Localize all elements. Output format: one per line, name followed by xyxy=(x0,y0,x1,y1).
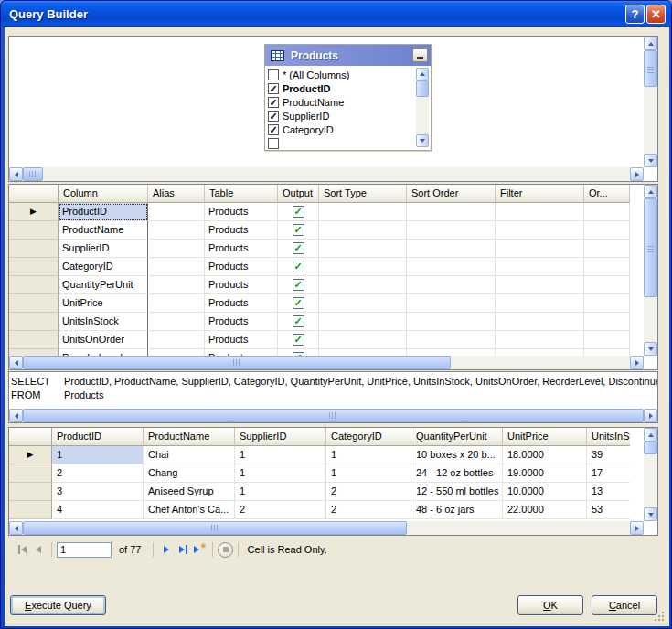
last-record-button[interactable] xyxy=(175,541,191,558)
cell-table[interactable]: Products xyxy=(205,313,278,331)
results-header-quantityperunit[interactable]: QuantityPerUnit xyxy=(411,428,503,446)
row-header[interactable] xyxy=(9,464,52,483)
cell-output[interactable]: ✓ xyxy=(278,331,319,349)
previous-record-button[interactable] xyxy=(30,541,47,558)
cell-filter[interactable] xyxy=(496,313,584,331)
scroll-down-button[interactable] xyxy=(644,342,657,356)
scroll-down-button[interactable] xyxy=(416,134,429,147)
row-header[interactable] xyxy=(9,294,59,313)
cell-column[interactable]: ProductID xyxy=(59,203,148,221)
scroll-up-button[interactable] xyxy=(644,185,657,198)
result-cell[interactable]: Chef Anton's Ca... xyxy=(144,501,235,519)
checkbox-unchecked[interactable] xyxy=(268,69,279,80)
scroll-right-button[interactable] xyxy=(630,356,644,369)
result-cell[interactable]: 10 boxes x 20 b... xyxy=(411,446,503,464)
cell-filter[interactable] xyxy=(496,203,584,221)
scrollbar-track[interactable] xyxy=(43,167,630,181)
scroll-left-button[interactable] xyxy=(9,356,23,369)
cell-alias[interactable] xyxy=(148,276,205,294)
scrollbar-track[interactable] xyxy=(416,97,429,134)
sql-horizontal-scrollbar[interactable] xyxy=(9,409,657,422)
results-header-productname[interactable]: ProductName xyxy=(144,428,235,446)
scroll-down-button[interactable] xyxy=(644,507,657,521)
cell-alias[interactable] xyxy=(148,331,205,349)
cell-column[interactable]: UnitsOnOrder xyxy=(59,331,148,349)
cell-column[interactable]: UnitPrice xyxy=(59,294,148,313)
cell-or[interactable] xyxy=(584,240,630,258)
criteria-vertical-scrollbar[interactable] xyxy=(644,185,657,356)
row-header[interactable] xyxy=(9,240,59,258)
cell-table[interactable]: Products xyxy=(205,203,278,221)
scrollbar-track[interactable] xyxy=(644,87,657,154)
cell-alias[interactable] xyxy=(148,258,205,276)
cell-alias[interactable] xyxy=(148,313,205,331)
cell-or[interactable] xyxy=(584,203,630,221)
scrollbar-thumb[interactable] xyxy=(23,167,43,181)
criteria-header-column[interactable]: Column xyxy=(59,185,148,203)
help-button[interactable]: ? xyxy=(625,5,645,24)
cell-sort-order[interactable] xyxy=(407,221,496,240)
checkbox-checked[interactable]: ✓ xyxy=(268,83,279,94)
cell-column[interactable]: UnitsInStock xyxy=(59,313,148,331)
cancel-button[interactable]: Cancel xyxy=(592,595,657,615)
cell-or[interactable] xyxy=(584,331,630,349)
result-cell[interactable]: 17 xyxy=(587,464,630,483)
cell-table[interactable]: Products xyxy=(205,258,278,276)
cell-sort-type[interactable] xyxy=(319,313,407,331)
result-cell[interactable]: 12 - 550 ml bottles xyxy=(411,483,503,501)
cell-output[interactable]: ✓ xyxy=(278,276,319,294)
row-header[interactable] xyxy=(9,258,59,276)
result-cell[interactable]: 48 - 6 oz jars xyxy=(411,501,503,519)
ok-button[interactable]: OK xyxy=(517,595,583,615)
result-cell[interactable]: 2 xyxy=(326,483,411,501)
result-cell[interactable]: 2 xyxy=(235,501,326,519)
column-list-item[interactable]: ✓ ProductName xyxy=(268,95,429,109)
result-cell[interactable]: 13 xyxy=(587,483,630,501)
row-header[interactable] xyxy=(9,276,59,294)
results-horizontal-scrollbar[interactable] xyxy=(9,521,644,535)
checkbox-checked[interactable]: ✓ xyxy=(268,97,279,108)
result-cell[interactable]: Chang xyxy=(144,464,235,483)
cell-or[interactable] xyxy=(584,294,630,313)
scroll-left-button[interactable] xyxy=(9,521,23,535)
cell-filter[interactable] xyxy=(496,294,584,313)
cell-filter[interactable] xyxy=(496,276,584,294)
new-record-button[interactable]: * xyxy=(191,541,208,558)
sql-text[interactable]: SELECT ProductID, ProductName, SupplierI… xyxy=(9,372,657,409)
cell-sort-type[interactable] xyxy=(319,276,407,294)
result-cell[interactable]: 53 xyxy=(587,501,630,519)
output-checkbox[interactable]: ✓ xyxy=(293,334,304,346)
criteria-header-alias[interactable]: Alias xyxy=(148,185,205,203)
cell-sort-order[interactable] xyxy=(407,294,496,313)
scrollbar-thumb[interactable] xyxy=(23,521,407,535)
row-header[interactable] xyxy=(9,501,52,519)
results-header-unitsinstock[interactable]: UnitsInStock xyxy=(587,428,630,446)
cell-column[interactable]: SupplierID xyxy=(59,240,148,258)
criteria-header-table[interactable]: Table xyxy=(205,185,278,203)
result-cell[interactable]: 1 xyxy=(52,446,144,464)
scroll-up-button[interactable] xyxy=(644,37,657,50)
scrollbar-thumb[interactable] xyxy=(416,80,429,97)
result-cell[interactable]: Chai xyxy=(144,446,235,464)
result-cell[interactable]: 4 xyxy=(52,501,144,519)
result-cell[interactable]: 39 xyxy=(587,446,630,464)
row-header[interactable] xyxy=(9,331,59,349)
cell-column[interactable]: ProductName xyxy=(59,221,148,240)
cell-filter[interactable] xyxy=(496,258,584,276)
cell-sort-order[interactable] xyxy=(407,276,496,294)
cell-sort-order[interactable] xyxy=(407,203,496,221)
cell-table[interactable]: Products xyxy=(205,331,278,349)
cell-or[interactable] xyxy=(584,258,630,276)
cell-alias[interactable] xyxy=(148,294,205,313)
result-cell[interactable]: 19.0000 xyxy=(503,464,587,483)
scrollbar-thumb[interactable] xyxy=(644,442,657,454)
scroll-left-button[interactable] xyxy=(9,167,23,181)
result-cell[interactable]: 22.0000 xyxy=(503,501,587,519)
results-header-categoryid[interactable]: CategoryID xyxy=(326,428,411,446)
column-list-item[interactable]: ✓ SupplierID xyxy=(268,109,429,123)
criteria-header-sort-order[interactable]: Sort Order xyxy=(407,185,496,203)
close-button[interactable]: ✕ xyxy=(646,5,666,24)
cell-output[interactable]: ✓ xyxy=(278,221,319,240)
execute-query-button[interactable]: Execute Query xyxy=(10,595,106,615)
cell-column[interactable]: CategoryID xyxy=(59,258,148,276)
